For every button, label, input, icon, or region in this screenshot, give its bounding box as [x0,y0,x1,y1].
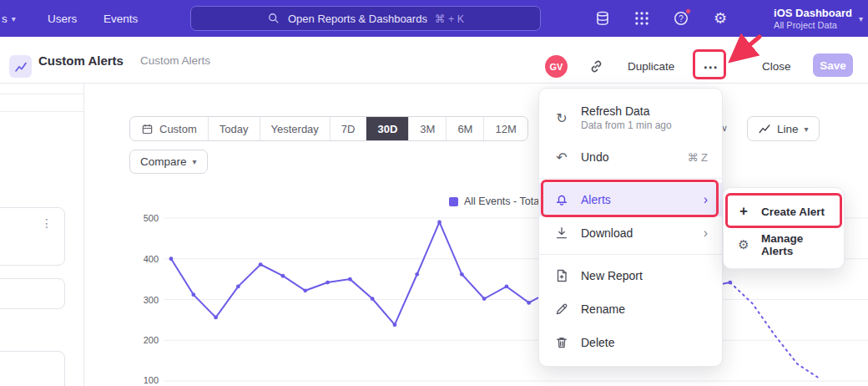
menu-item-create-alert[interactable]: + Create Alert [724,195,844,228]
menu-item-label: Create Alert [761,206,825,218]
menu-item-rename[interactable]: Rename [539,292,722,326]
sidebar-row-divider [0,111,83,112]
apps-grid-icon[interactable] [633,10,650,27]
menu-item-sublabel: Data from 1 min ago [581,119,672,131]
menu-item-label: Rename [581,302,625,316]
svg-text:300: 300 [144,295,159,305]
chart-type-label: Line [777,123,799,135]
alerts-submenu: + Create Alert ⚙ Manage Alerts [723,187,845,269]
svg-text:400: 400 [144,254,159,264]
date-segment-7d[interactable]: 7D [330,117,366,140]
notification-dot-icon [685,8,691,14]
chart-legend: All Events - Total [449,196,542,207]
legend-label: All Events - Total [464,196,542,207]
share-link-icon[interactable] [588,58,604,74]
svg-text:?: ? [679,14,684,23]
sidebar-divider [83,84,84,386]
menu-item-manage-alerts[interactable]: ⚙ Manage Alerts [724,228,844,262]
svg-text:200: 200 [144,335,159,345]
search-placeholder: Open Reports & Dashboards [288,13,427,25]
menu-item-shortcut: ⌘ Z [687,151,708,164]
app-window: 500400300200100 All Events - Total s ▾ U… [0,0,868,386]
pencil-icon [553,301,570,317]
submenu-chevron-icon: › [704,193,708,206]
date-segment-today[interactable]: Today [208,117,260,140]
compare-button[interactable]: Compare ▾ [129,150,208,174]
menu-item-refresh-data[interactable]: ↻ Refresh Data Data from 1 min ago [539,95,722,140]
sidebar-card[interactable] [0,278,65,309]
line-chart-icon [758,122,771,135]
menu-divider [539,254,722,255]
chart-type-button[interactable]: Line ▾ [747,116,820,141]
menu-item-label: Undo [581,150,608,164]
sidebar-row-divider [0,94,83,94]
new-report-icon [553,267,570,284]
submenu-chevron-icon: › [704,226,708,240]
menu-divider [539,178,722,179]
svg-text:500: 500 [144,213,159,223]
undo-icon: ↶ [553,149,570,165]
menu-item-label: Refresh Data [581,104,672,118]
project-info: iOS Dashboard All Project Data [774,7,852,30]
menu-item-label: New Report [581,269,643,282]
chevron-down-icon: ▾ [805,124,809,134]
date-segment-3m[interactable]: 3M [408,117,446,140]
menu-item-label: Delete [581,336,614,349]
calendar-icon [141,123,154,135]
menu-item-undo[interactable]: ↶ Undo ⌘ Z [539,140,722,174]
menu-item-label: Manage Alerts [761,232,832,257]
project-subtitle: All Project Data [774,20,852,30]
svg-text:100: 100 [144,375,159,385]
global-search-input[interactable]: Open Reports & Dashboards ⌘ + K [190,6,541,31]
save-button[interactable]: Save [813,53,853,77]
duplicate-button[interactable]: Duplicate [628,60,674,73]
menu-item-delete[interactable]: Delete [539,326,722,359]
chevron-down-icon: ▾ [12,14,16,23]
menu-item-alerts[interactable]: Alerts › [539,183,722,216]
more-options-button[interactable]: ⋯ [699,56,721,78]
top-navbar: s ▾ Users Events Open Reports & Dashboar… [0,0,868,37]
menu-item-download[interactable]: Download › [539,216,722,250]
nav-item-partial-label: s [2,13,8,25]
date-segment-yesterday[interactable]: Yesterday [260,117,330,140]
date-segment-label: Custom [159,123,197,135]
navbar-icons: ? ⚙ [594,0,729,37]
help-icon[interactable]: ? [673,10,689,27]
report-type-icon [9,55,32,78]
menu-item-text: Refresh Data Data from 1 min ago [581,104,672,131]
date-segment-6m[interactable]: 6M [446,117,483,140]
nav-item-boards-partial[interactable]: s ▾ [2,0,16,37]
date-segment-custom[interactable]: Custom [130,117,208,140]
page-title: Custom Alerts [38,53,124,68]
search-shortcut: ⌘ + K [435,13,464,25]
menu-item-label: Download [581,226,633,240]
gear-icon: ⚙ [735,236,752,253]
menu-item-new-report[interactable]: New Report [539,259,722,292]
report-options-menu: ↻ Refresh Data Data from 1 min ago ↶ Und… [538,88,723,367]
report-header: Custom Alerts Custom Alerts GV Duplicate… [0,37,868,84]
breadcrumb[interactable]: Custom Alerts [140,54,210,67]
compare-label: Compare [140,155,187,168]
bell-icon [553,191,570,208]
trash-icon [553,334,570,351]
plus-icon: + [735,203,752,220]
kebab-menu-icon[interactable]: ⋮ [41,216,53,230]
nav-item-users[interactable]: Users [48,0,77,37]
project-switcher[interactable]: iOS Dashboard All Project Data ▾ [774,0,863,37]
search-icon [267,12,280,25]
chevron-down-icon: ▾ [193,157,197,166]
sidebar-card[interactable]: ⋮ [0,207,65,266]
legend-swatch-icon [449,197,458,206]
close-button[interactable]: Close [762,60,791,73]
date-segment-30d[interactable]: 30D [366,117,408,140]
sidebar-card[interactable] [0,351,65,386]
nav-item-events[interactable]: Events [103,0,138,37]
date-range-segmented-control: Custom Today Yesterday 7D 30D 3M 6M 12M [129,116,528,141]
project-name: iOS Dashboard [774,7,852,19]
menu-item-label: Alerts [581,193,611,206]
data-management-icon[interactable] [594,10,611,27]
date-segment-12m[interactable]: 12M [483,117,527,140]
settings-gear-icon[interactable]: ⚙ [712,10,729,27]
download-icon [553,225,570,241]
avatar[interactable]: GV [545,55,568,78]
